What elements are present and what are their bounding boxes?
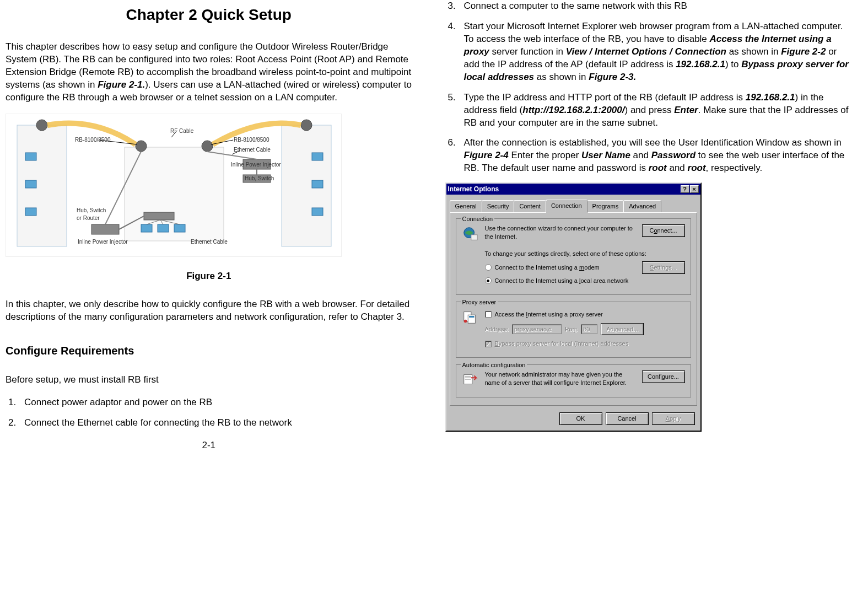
svg-rect-9: [91, 224, 119, 234]
settings-button: Settings...: [642, 261, 685, 274]
tab-connection[interactable]: Connection: [546, 200, 587, 213]
radio-lan-label: Connect to the Internet using a local ar…: [495, 277, 629, 285]
wizard-text: Use the connection wizard to connect you…: [485, 224, 635, 241]
diagram-label-inline-power-bottom: Inline Power Injector: [78, 238, 128, 246]
step-1: Connect power adaptor and power on the R…: [19, 396, 412, 409]
network-diagram: RB-8100/8500 RF Cable RB-8100/8500 Ether…: [6, 114, 342, 257]
close-icon[interactable]: ×: [690, 185, 699, 193]
radio-modem-label: Connect to the Internet using a modem: [495, 264, 600, 272]
tab-security[interactable]: Security: [482, 200, 515, 212]
tab-advanced[interactable]: Advanced: [623, 200, 661, 212]
svg-rect-11: [25, 153, 36, 160]
svg-rect-0: [17, 125, 67, 246]
group-proxy-legend: Proxy server: [461, 298, 498, 307]
chapter-title: Chapter 2 Quick Setup: [6, 4, 412, 25]
port-field: 80: [581, 324, 597, 334]
cancel-button[interactable]: Cancel: [606, 412, 649, 425]
checkbox-proxy[interactable]: [485, 311, 492, 318]
diagram-label-rf-cable: RF Cable: [170, 127, 193, 135]
step-3: Connect a computer to the same network w…: [459, 0, 852, 13]
requirements-heading: Configure Requirements: [6, 343, 412, 358]
dialog-tabs: General Security Content Connection Prog…: [450, 199, 697, 212]
diagram-label-inline-power-top: Inline Power Injector: [231, 161, 281, 169]
change-settings-text: To change your settings directly, select…: [485, 250, 685, 258]
group-connection: Connection Use the connection wizard to …: [456, 218, 691, 294]
svg-rect-17: [141, 224, 152, 232]
tab-panel-connection: Connection Use the connection wizard to …: [450, 212, 697, 406]
configure-button[interactable]: Configure...: [642, 370, 685, 383]
dialog-title: Internet Options: [448, 185, 499, 194]
radio-modem[interactable]: [485, 264, 492, 271]
ok-button[interactable]: OK: [559, 412, 602, 425]
address-label: Address:: [485, 325, 509, 334]
page-number: 2-1: [6, 439, 412, 452]
port-label: Port:: [565, 325, 578, 334]
apply-button: Apply: [652, 412, 695, 425]
svg-rect-32: [471, 235, 477, 240]
svg-point-4: [301, 120, 312, 131]
mid-paragraph: In this chapter, we only describe how to…: [6, 298, 412, 324]
svg-rect-18: [158, 224, 169, 232]
svg-rect-12: [25, 180, 36, 188]
diagram-label-hub-switch-bottom: Hub, Switch or Router: [77, 207, 106, 222]
step-6: After the connection is established, you…: [459, 137, 852, 175]
connect-button[interactable]: Connect...: [642, 224, 685, 237]
svg-point-3: [36, 120, 47, 131]
diagram-label-rb-left: RB-8100/8500: [75, 136, 111, 144]
svg-rect-14: [312, 153, 323, 160]
tab-programs[interactable]: Programs: [587, 200, 624, 212]
help-icon[interactable]: ?: [681, 185, 689, 193]
intro-paragraph: This chapter describes how to easy setup…: [6, 41, 412, 104]
diagram-label-ethernet-top: Ethernet Cable: [234, 146, 271, 154]
group-connection-legend: Connection: [461, 215, 495, 223]
internet-options-dialog: Internet Options ? × General Security Co…: [445, 182, 702, 432]
svg-rect-1: [282, 125, 331, 246]
before-setup-text: Before setup, we must install RB first: [6, 374, 412, 386]
advanced-button: Advanced...: [601, 323, 644, 336]
svg-rect-10: [144, 212, 174, 220]
svg-point-6: [202, 141, 213, 152]
group-proxy: Proxy server: [456, 302, 691, 358]
auto-config-text: Your network administrator may have give…: [485, 370, 635, 387]
diagram-label-rb-right: RB-8100/8500: [234, 136, 269, 144]
group-auto: Automatic configuration Your network adm…: [456, 364, 691, 397]
svg-rect-13: [25, 208, 36, 216]
radio-lan[interactable]: [485, 277, 492, 284]
group-auto-legend: Automatic configuration: [461, 361, 527, 369]
svg-rect-35: [469, 316, 474, 318]
figure-caption: Figure 2-1: [6, 270, 412, 283]
tab-content[interactable]: Content: [514, 200, 546, 212]
checkbox-proxy-label: Access the Internet using a proxy server: [495, 310, 603, 319]
checkbox-bypass-label: Bypass proxy server for local (Intranet)…: [495, 340, 629, 348]
step-2: Connect the Ethernet cable for connectin…: [19, 417, 412, 429]
svg-point-5: [136, 141, 147, 152]
svg-rect-19: [174, 224, 185, 232]
proxy-icon: [462, 309, 478, 325]
globe-wizard-icon: [462, 225, 478, 242]
step-4: Start your Microsoft Internet Explorer w…: [459, 20, 852, 84]
dialog-titlebar[interactable]: Internet Options ? ×: [446, 184, 700, 195]
tab-general[interactable]: General: [450, 200, 482, 212]
dialog-footer: OK Cancel Apply: [446, 409, 700, 431]
svg-point-36: [463, 319, 467, 323]
steps-list-1-2: Connect power adaptor and power on the R…: [6, 396, 412, 429]
auto-config-icon: [462, 372, 478, 388]
svg-rect-15: [312, 180, 323, 188]
steps-list-3-6: Connect a computer to the same network w…: [445, 0, 852, 175]
svg-rect-16: [312, 208, 323, 216]
step-5: Type the IP address and HTTP port of the…: [459, 92, 852, 130]
diagram-label-ethernet-bottom: Ethernet Cable: [191, 238, 228, 246]
checkbox-bypass: [485, 341, 492, 347]
diagram-label-hub-switch-top: Hub, Switch: [245, 175, 274, 182]
address-field: proxy.senao.c: [512, 324, 562, 334]
